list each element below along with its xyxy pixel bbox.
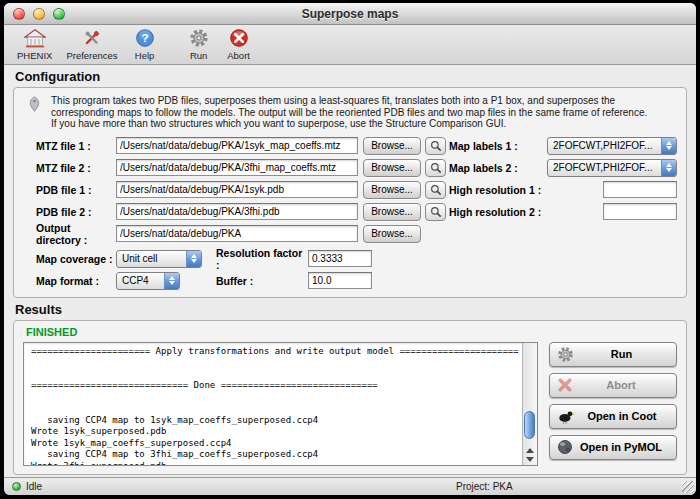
- run-gear-icon: [189, 27, 209, 49]
- configuration-panel: This program takes two PDB files, superp…: [13, 87, 687, 298]
- scroll-up-arrow-icon[interactable]: [526, 448, 534, 453]
- title-bar[interactable]: Superpose maps: [4, 3, 696, 25]
- window-controls: [13, 8, 65, 20]
- map-labels-1-value: 2FOFCWT,PHI2FOF...: [553, 140, 657, 151]
- resolution-factor-label: Resolution factor :: [216, 247, 308, 271]
- resolution-factor-input[interactable]: [308, 250, 372, 267]
- map-labels-1-dropdown[interactable]: 2FOFCWT,PHI2FOF...: [547, 137, 677, 155]
- scroll-down-arrow-icon[interactable]: [526, 457, 534, 462]
- pdb-file-2-input[interactable]: [116, 203, 358, 220]
- minimize-button[interactable]: [33, 8, 45, 20]
- mtz-file-1-browse-button[interactable]: Browse...: [363, 137, 421, 155]
- pymol-icon: [557, 439, 573, 455]
- console-scrollbar[interactable]: [522, 343, 537, 465]
- project-name: Project: PKA: [456, 481, 513, 492]
- mtz-file-1-label: MTZ file 1 :: [36, 140, 116, 152]
- main-content: Configuration This program takes two PDB…: [4, 65, 696, 477]
- magnifier-icon: [430, 140, 442, 152]
- high-resolution-1-group: High resolution 1 :: [449, 181, 677, 198]
- map-coverage-row: Map coverage : Unit cell Resolution fact…: [36, 249, 677, 269]
- high-resolution-1-label: High resolution 1 :: [449, 184, 541, 196]
- map-coverage-label: Map coverage :: [36, 253, 116, 265]
- mtz-file-1-input[interactable]: [116, 137, 358, 154]
- status-bar: Idle Project: PKA: [4, 477, 696, 495]
- pdb-file-2-label: PDB file 2 :: [36, 206, 116, 218]
- phenix-home-icon: [24, 27, 46, 49]
- pdb-file-1-view-button[interactable]: [425, 181, 446, 199]
- toolbar-run-label: Run: [190, 50, 207, 61]
- pdb-file-2-browse-button[interactable]: Browse...: [363, 203, 421, 221]
- toolbar-help-label: Help: [135, 50, 155, 61]
- mtz-file-1-view-button[interactable]: [425, 137, 446, 155]
- buffer-label: Buffer :: [216, 275, 308, 287]
- toolbar-phenix-label: PHENIX: [17, 50, 52, 61]
- dropdown-arrows-icon: [661, 138, 676, 154]
- status-indicator-icon: [12, 482, 21, 491]
- window-title: Superpose maps: [302, 7, 399, 21]
- mtz-file-2-input[interactable]: [116, 159, 358, 176]
- pdb-file-2-view-button[interactable]: [425, 203, 446, 221]
- open-in-coot-label: Open in Coot: [575, 410, 669, 422]
- map-coverage-dropdown[interactable]: Unit cell: [116, 250, 202, 268]
- coot-bird-icon: [557, 409, 575, 424]
- pdb-file-2-row: PDB file 2 : Browse... High resolution 2…: [36, 202, 677, 222]
- pdb-file-1-browse-button[interactable]: Browse...: [363, 181, 421, 199]
- run-button[interactable]: Run: [549, 342, 677, 367]
- high-resolution-2-label: High resolution 2 :: [449, 206, 541, 218]
- zoom-button[interactable]: [53, 8, 65, 20]
- map-labels-1-group: Map labels 1 : 2FOFCWT,PHI2FOF...: [449, 137, 677, 155]
- map-coverage-value: Unit cell: [122, 253, 182, 264]
- pdb-file-1-label: PDB file 1 :: [36, 184, 116, 196]
- status-state: Idle: [26, 481, 42, 492]
- map-labels-2-group: Map labels 2 : 2FOFCWT,PHI2FOF...: [449, 159, 677, 177]
- open-in-pymol-button[interactable]: Open in PyMOL: [549, 435, 677, 460]
- action-buttons: Run Abort: [549, 342, 677, 460]
- mtz-file-2-browse-button[interactable]: Browse...: [363, 159, 421, 177]
- buffer-input[interactable]: [308, 272, 372, 289]
- map-labels-2-dropdown[interactable]: 2FOFCWT,PHI2FOF...: [547, 159, 677, 177]
- magnifier-icon: [430, 184, 442, 196]
- results-panel: FINISHED ====================== Apply tr…: [13, 320, 687, 475]
- run-button-label: Run: [574, 348, 669, 360]
- pdb-file-1-row: PDB file 1 : Browse... High resolution 1…: [36, 180, 677, 200]
- high-resolution-2-input[interactable]: [603, 203, 677, 220]
- magnifier-icon: [430, 206, 442, 218]
- map-format-dropdown[interactable]: CCP4: [116, 272, 180, 290]
- output-directory-row: Output directory : Browse...: [36, 224, 677, 244]
- toolbar: PHENIX Preferences: [4, 25, 696, 65]
- toolbar-abort-button[interactable]: Abort: [219, 27, 259, 63]
- toolbar-phenix-button[interactable]: PHENIX: [10, 27, 59, 63]
- superpose-maps-window: Superpose maps PHENIX: [4, 3, 696, 495]
- close-button[interactable]: [13, 8, 25, 20]
- output-directory-browse-button[interactable]: Browse...: [363, 225, 421, 243]
- mtz-file-1-row: MTZ file 1 : Browse... Map labels 1 : 2F…: [36, 136, 677, 156]
- output-directory-input[interactable]: [116, 225, 358, 242]
- high-resolution-2-group: High resolution 2 :: [449, 203, 677, 220]
- mtz-file-2-label: MTZ file 2 :: [36, 162, 116, 174]
- map-format-row: Map format : CCP4 Buffer :: [36, 271, 677, 291]
- pdb-file-1-input[interactable]: [116, 181, 358, 198]
- abort-button-label: Abort: [573, 379, 669, 391]
- scrollbar-thumb[interactable]: [524, 411, 535, 439]
- help-icon: ?: [135, 27, 155, 49]
- results-section-title: Results: [15, 302, 696, 317]
- mtz-file-2-view-button[interactable]: [425, 159, 446, 177]
- toolbar-help-button[interactable]: ? Help: [125, 27, 165, 63]
- abort-button[interactable]: Abort: [549, 373, 677, 398]
- program-description: This program takes two PDB files, superp…: [23, 93, 677, 134]
- open-in-coot-button[interactable]: Open in Coot: [549, 404, 677, 429]
- map-labels-2-label: Map labels 2 :: [449, 162, 518, 174]
- configuration-section-title: Configuration: [15, 69, 696, 84]
- phenix-icon: [27, 95, 42, 117]
- high-resolution-1-input[interactable]: [603, 181, 677, 198]
- console-output: ====================== Apply transformat…: [23, 342, 538, 466]
- toolbar-preferences-button[interactable]: Preferences: [59, 27, 124, 63]
- mtz-file-2-row: MTZ file 2 : Browse... Map labels 2 : 2F…: [36, 158, 677, 178]
- map-labels-1-label: Map labels 1 :: [449, 140, 518, 152]
- toolbar-run-button[interactable]: Run: [179, 27, 219, 63]
- resize-grip[interactable]: [682, 481, 694, 493]
- run-gear-icon: [557, 346, 574, 363]
- map-format-label: Map format :: [36, 275, 116, 287]
- desktop-background: Superpose maps PHENIX: [0, 0, 700, 499]
- status-badge: FINISHED: [26, 326, 677, 338]
